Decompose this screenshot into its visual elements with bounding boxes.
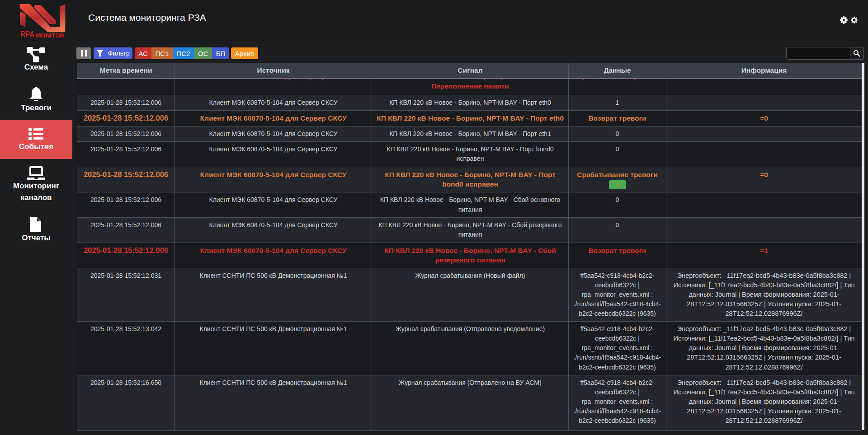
svg-text:MONITOR: MONITOR xyxy=(36,33,64,39)
svg-text:RPA: RPA xyxy=(20,29,34,39)
